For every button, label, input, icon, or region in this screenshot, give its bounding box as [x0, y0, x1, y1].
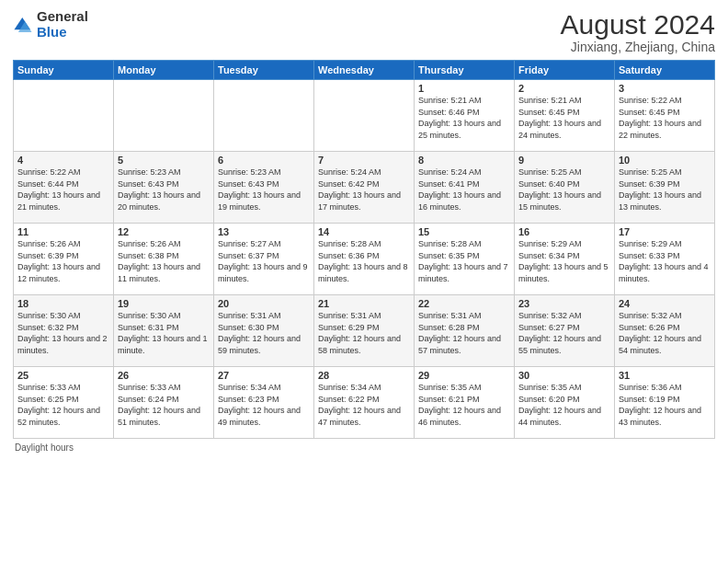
day-info: Sunrise: 5:24 AM Sunset: 6:42 PM Dayligh… [318, 167, 410, 213]
day-cell: 30Sunrise: 5:35 AM Sunset: 6:20 PM Dayli… [515, 367, 615, 439]
day-cell: 26Sunrise: 5:33 AM Sunset: 6:24 PM Dayli… [114, 367, 214, 439]
day-number: 21 [318, 298, 410, 309]
day-cell: 24Sunrise: 5:32 AM Sunset: 6:26 PM Dayli… [615, 295, 715, 367]
day-number: 9 [518, 155, 610, 166]
main-title: August 2024 [561, 9, 715, 40]
col-header-saturday: Saturday [615, 61, 715, 80]
day-number: 25 [17, 370, 109, 381]
day-number: 12 [118, 226, 210, 237]
day-info: Sunrise: 5:31 AM Sunset: 6:29 PM Dayligh… [318, 310, 410, 356]
day-cell: 22Sunrise: 5:31 AM Sunset: 6:28 PM Dayli… [415, 295, 515, 367]
day-cell: 5Sunrise: 5:23 AM Sunset: 6:43 PM Daylig… [114, 152, 214, 224]
day-info: Sunrise: 5:21 AM Sunset: 6:45 PM Dayligh… [518, 95, 610, 141]
day-cell: 29Sunrise: 5:35 AM Sunset: 6:21 PM Dayli… [415, 367, 515, 439]
day-info: Sunrise: 5:35 AM Sunset: 6:21 PM Dayligh… [418, 382, 510, 428]
day-number: 20 [218, 298, 310, 309]
subtitle: Jinxiang, Zhejiang, China [561, 40, 715, 54]
day-cell: 28Sunrise: 5:34 AM Sunset: 6:22 PM Dayli… [314, 367, 415, 439]
day-info: Sunrise: 5:23 AM Sunset: 6:43 PM Dayligh… [118, 167, 210, 213]
day-info: Sunrise: 5:34 AM Sunset: 6:23 PM Dayligh… [218, 382, 310, 428]
day-number: 22 [418, 298, 510, 309]
logo-general: General [37, 9, 88, 25]
col-header-tuesday: Tuesday [214, 61, 314, 80]
day-cell: 3Sunrise: 5:22 AM Sunset: 6:45 PM Daylig… [615, 80, 715, 152]
day-info: Sunrise: 5:25 AM Sunset: 6:39 PM Dayligh… [619, 167, 711, 213]
day-number: 16 [518, 226, 610, 237]
day-info: Sunrise: 5:26 AM Sunset: 6:38 PM Dayligh… [118, 238, 210, 284]
day-info: Sunrise: 5:34 AM Sunset: 6:22 PM Dayligh… [318, 382, 410, 428]
day-info: Sunrise: 5:33 AM Sunset: 6:25 PM Dayligh… [17, 382, 109, 428]
day-number: 3 [619, 83, 711, 94]
day-info: Sunrise: 5:21 AM Sunset: 6:46 PM Dayligh… [418, 95, 510, 141]
day-cell [114, 80, 214, 152]
day-number: 2 [518, 83, 610, 94]
day-number: 5 [118, 155, 210, 166]
day-info: Sunrise: 5:31 AM Sunset: 6:30 PM Dayligh… [218, 310, 310, 356]
day-number: 26 [118, 370, 210, 381]
day-number: 10 [619, 155, 711, 166]
week-row-1: 1Sunrise: 5:21 AM Sunset: 6:46 PM Daylig… [14, 80, 715, 152]
logo: General Blue [13, 9, 88, 40]
day-number: 30 [518, 370, 610, 381]
day-cell: 15Sunrise: 5:28 AM Sunset: 6:35 PM Dayli… [415, 224, 515, 295]
week-row-4: 18Sunrise: 5:30 AM Sunset: 6:32 PM Dayli… [14, 295, 715, 367]
day-cell: 23Sunrise: 5:32 AM Sunset: 6:27 PM Dayli… [515, 295, 615, 367]
day-info: Sunrise: 5:24 AM Sunset: 6:41 PM Dayligh… [418, 167, 510, 213]
header: General Blue August 2024 Jinxiang, Zheji… [13, 9, 715, 54]
col-header-monday: Monday [114, 61, 214, 80]
day-number: 23 [518, 298, 610, 309]
day-info: Sunrise: 5:32 AM Sunset: 6:27 PM Dayligh… [518, 310, 610, 356]
day-cell: 16Sunrise: 5:29 AM Sunset: 6:34 PM Dayli… [515, 224, 615, 295]
logo-text: General Blue [37, 9, 88, 40]
day-number: 15 [418, 226, 510, 237]
day-info: Sunrise: 5:30 AM Sunset: 6:32 PM Dayligh… [17, 310, 109, 356]
day-info: Sunrise: 5:28 AM Sunset: 6:35 PM Dayligh… [418, 238, 510, 284]
logo-icon [13, 15, 33, 35]
day-cell: 1Sunrise: 5:21 AM Sunset: 6:46 PM Daylig… [415, 80, 515, 152]
col-header-sunday: Sunday [14, 61, 114, 80]
col-header-wednesday: Wednesday [314, 61, 415, 80]
week-row-5: 25Sunrise: 5:33 AM Sunset: 6:25 PM Dayli… [14, 367, 715, 439]
day-info: Sunrise: 5:35 AM Sunset: 6:20 PM Dayligh… [518, 382, 610, 428]
day-number: 1 [418, 83, 510, 94]
day-cell: 2Sunrise: 5:21 AM Sunset: 6:45 PM Daylig… [515, 80, 615, 152]
footer-text: Daylight hours [15, 442, 74, 453]
day-cell: 19Sunrise: 5:30 AM Sunset: 6:31 PM Dayli… [114, 295, 214, 367]
day-info: Sunrise: 5:28 AM Sunset: 6:36 PM Dayligh… [318, 238, 410, 284]
day-cell: 14Sunrise: 5:28 AM Sunset: 6:36 PM Dayli… [314, 224, 415, 295]
day-number: 31 [619, 370, 711, 381]
day-info: Sunrise: 5:25 AM Sunset: 6:40 PM Dayligh… [518, 167, 610, 213]
day-number: 17 [619, 226, 711, 237]
day-number: 7 [318, 155, 410, 166]
day-cell [14, 80, 114, 152]
day-cell: 11Sunrise: 5:26 AM Sunset: 6:39 PM Dayli… [14, 224, 114, 295]
day-info: Sunrise: 5:22 AM Sunset: 6:45 PM Dayligh… [619, 95, 711, 141]
day-cell: 9Sunrise: 5:25 AM Sunset: 6:40 PM Daylig… [515, 152, 615, 224]
day-info: Sunrise: 5:30 AM Sunset: 6:31 PM Dayligh… [118, 310, 210, 356]
day-cell [314, 80, 415, 152]
header-row: SundayMondayTuesdayWednesdayThursdayFrid… [14, 61, 715, 80]
footer: Daylight hours [13, 442, 715, 453]
main-container: General Blue August 2024 Jinxiang, Zheji… [0, 0, 728, 563]
week-row-3: 11Sunrise: 5:26 AM Sunset: 6:39 PM Dayli… [14, 224, 715, 295]
day-cell: 17Sunrise: 5:29 AM Sunset: 6:33 PM Dayli… [615, 224, 715, 295]
calendar-table: SundayMondayTuesdayWednesdayThursdayFrid… [13, 60, 715, 439]
day-cell [214, 80, 314, 152]
day-number: 4 [17, 155, 109, 166]
day-info: Sunrise: 5:22 AM Sunset: 6:44 PM Dayligh… [17, 167, 109, 213]
day-info: Sunrise: 5:23 AM Sunset: 6:43 PM Dayligh… [218, 167, 310, 213]
day-cell: 21Sunrise: 5:31 AM Sunset: 6:29 PM Dayli… [314, 295, 415, 367]
day-number: 28 [318, 370, 410, 381]
day-info: Sunrise: 5:26 AM Sunset: 6:39 PM Dayligh… [17, 238, 109, 284]
day-cell: 25Sunrise: 5:33 AM Sunset: 6:25 PM Dayli… [14, 367, 114, 439]
day-cell: 7Sunrise: 5:24 AM Sunset: 6:42 PM Daylig… [314, 152, 415, 224]
day-number: 6 [218, 155, 310, 166]
day-cell: 20Sunrise: 5:31 AM Sunset: 6:30 PM Dayli… [214, 295, 314, 367]
day-info: Sunrise: 5:27 AM Sunset: 6:37 PM Dayligh… [218, 238, 310, 284]
day-info: Sunrise: 5:33 AM Sunset: 6:24 PM Dayligh… [118, 382, 210, 428]
day-info: Sunrise: 5:31 AM Sunset: 6:28 PM Dayligh… [418, 310, 510, 356]
day-cell: 4Sunrise: 5:22 AM Sunset: 6:44 PM Daylig… [14, 152, 114, 224]
col-header-thursday: Thursday [415, 61, 515, 80]
day-number: 18 [17, 298, 109, 309]
day-number: 8 [418, 155, 510, 166]
